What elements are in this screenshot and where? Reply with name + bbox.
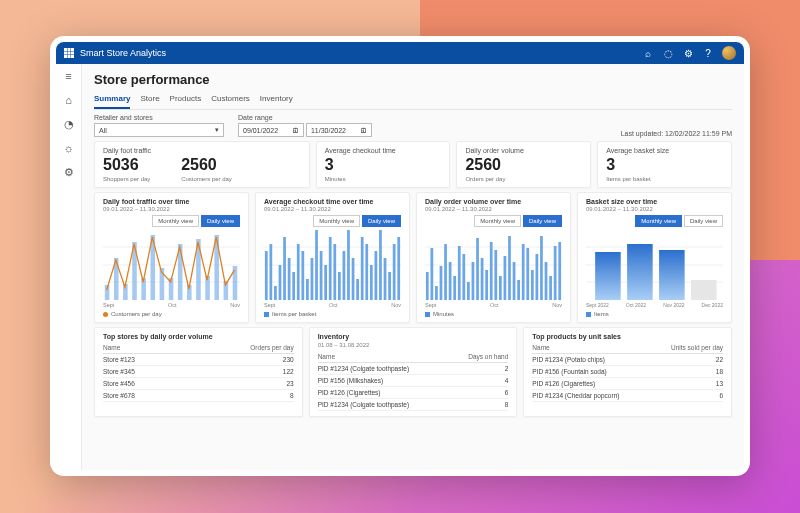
chart-foot-traffic: Daily foot traffic over time 09.01.2022 …	[94, 192, 249, 323]
toggle-daily[interactable]: Daily view	[523, 215, 562, 227]
svg-rect-7	[68, 55, 71, 58]
tab-customers[interactable]: Customers	[211, 91, 250, 109]
toggle-monthly[interactable]: Monthly view	[474, 215, 521, 227]
svg-rect-0	[64, 48, 67, 51]
svg-rect-76	[485, 270, 488, 300]
svg-rect-72	[467, 282, 470, 300]
tab-products[interactable]: Products	[170, 91, 202, 109]
svg-rect-88	[540, 236, 543, 300]
table-row: Store #6788	[103, 390, 294, 402]
svg-rect-55	[379, 230, 382, 300]
table-row: Store #345122	[103, 366, 294, 378]
dot-icon	[103, 312, 108, 317]
svg-rect-99	[691, 280, 717, 300]
svg-rect-78	[494, 250, 497, 300]
svg-rect-97	[627, 244, 653, 300]
svg-rect-83	[517, 280, 520, 300]
svg-rect-46	[338, 272, 341, 300]
filter-row: Retailer and stores All ▾ Date range 09/…	[94, 114, 732, 137]
toggle-daily[interactable]: Daily view	[201, 215, 240, 227]
svg-rect-38	[301, 251, 304, 300]
svg-rect-69	[453, 276, 456, 300]
notifications-icon[interactable]: ◌	[658, 48, 678, 59]
svg-rect-5	[71, 52, 74, 55]
svg-rect-51	[361, 237, 364, 300]
left-sidebar: ≡ ⌂ ◔ ☼ ⚙	[56, 64, 82, 470]
svg-rect-81	[508, 236, 511, 300]
svg-rect-2	[71, 48, 74, 51]
table-top-products: Top products by unit sales NameUnits sol…	[523, 327, 732, 417]
top-bar: Smart Store Analytics ⌕ ◌ ⚙ ?	[56, 42, 744, 64]
svg-rect-84	[522, 244, 525, 300]
svg-rect-35	[288, 258, 291, 300]
search-icon[interactable]: ⌕	[638, 48, 658, 59]
svg-rect-63	[426, 272, 429, 300]
svg-rect-40	[311, 258, 314, 300]
svg-rect-79	[499, 276, 502, 300]
table-row: PID #1234 (Colgate toothpaste)8	[318, 399, 509, 411]
svg-rect-67	[444, 244, 447, 300]
chart-basket-size: Basket size over time 09.01.2022 – 11.30…	[577, 192, 732, 323]
date-to-input[interactable]: 11/30/2022 🗓	[306, 123, 372, 137]
svg-rect-53	[370, 265, 373, 300]
svg-rect-86	[531, 270, 534, 300]
chevron-down-icon: ▾	[215, 126, 219, 134]
toggle-monthly[interactable]: Monthly view	[635, 215, 682, 227]
menu-icon[interactable]: ≡	[62, 70, 76, 84]
kpi-checkout-time: Average checkout time 3 Minutes	[316, 141, 451, 188]
user-avatar[interactable]	[722, 46, 736, 60]
svg-rect-6	[64, 55, 67, 58]
svg-rect-91	[554, 246, 557, 300]
lightbulb-icon[interactable]: ☼	[62, 142, 76, 156]
toggle-daily[interactable]: Daily view	[362, 215, 401, 227]
toggle-daily[interactable]: Daily view	[684, 215, 723, 227]
app-window: Smart Store Analytics ⌕ ◌ ⚙ ? ≡ ⌂ ◔ ☼ ⚙ …	[50, 36, 750, 476]
svg-rect-73	[472, 262, 475, 300]
svg-rect-54	[375, 251, 378, 300]
svg-rect-80	[504, 256, 507, 300]
svg-rect-45	[333, 244, 336, 300]
svg-rect-58	[393, 244, 396, 300]
insights-icon[interactable]: ◔	[62, 118, 76, 132]
svg-rect-32	[274, 286, 277, 300]
kpi-value: 5036	[103, 156, 151, 174]
svg-rect-47	[343, 251, 346, 300]
tab-store[interactable]: Store	[140, 91, 159, 109]
kpi-title: Daily foot traffic	[103, 147, 151, 154]
svg-rect-31	[269, 244, 272, 300]
svg-rect-85	[526, 248, 529, 300]
svg-rect-98	[659, 250, 685, 300]
svg-rect-65	[435, 286, 438, 300]
table-row: PID #1234 (Cheddar popcorn)6	[532, 390, 723, 402]
svg-rect-3	[64, 52, 67, 55]
table-top-stores: Top stores by daily order volume NameOrd…	[94, 327, 303, 417]
svg-rect-1	[68, 48, 71, 51]
gear-icon[interactable]: ⚙	[62, 166, 76, 180]
last-updated: Last updated: 12/02/2022 11:59 PM	[621, 130, 732, 137]
calendar-icon: 🗓	[360, 127, 367, 134]
date-from-input[interactable]: 09/01/2022 🗓	[238, 123, 304, 137]
help-icon[interactable]: ?	[698, 48, 718, 59]
kpi-basket-size: Average basket size 3 Items per basket	[597, 141, 732, 188]
settings-icon[interactable]: ⚙	[678, 48, 698, 59]
tab-summary[interactable]: Summary	[94, 91, 130, 109]
svg-rect-92	[558, 242, 561, 300]
table-row: Store #123230	[103, 354, 294, 366]
app-title: Smart Store Analytics	[80, 48, 166, 58]
kpi-value-2: 2560	[181, 156, 232, 174]
svg-rect-66	[440, 266, 443, 300]
toggle-monthly[interactable]: Monthly view	[152, 215, 199, 227]
svg-rect-59	[397, 237, 400, 300]
app-grid-icon[interactable]	[64, 48, 74, 58]
date-to-value: 11/30/2022	[311, 127, 346, 134]
svg-rect-74	[476, 238, 479, 300]
table-row: PID #156 (Fountain soda)18	[532, 366, 723, 378]
date-range-label: Date range	[238, 114, 372, 121]
svg-rect-64	[430, 248, 433, 300]
tab-inventory[interactable]: Inventory	[260, 91, 293, 109]
svg-rect-75	[481, 258, 484, 300]
retailer-select[interactable]: All ▾	[94, 123, 224, 137]
kpi-sub: Shoppers per day	[103, 176, 151, 182]
toggle-monthly[interactable]: Monthly view	[313, 215, 360, 227]
home-icon[interactable]: ⌂	[62, 94, 76, 108]
